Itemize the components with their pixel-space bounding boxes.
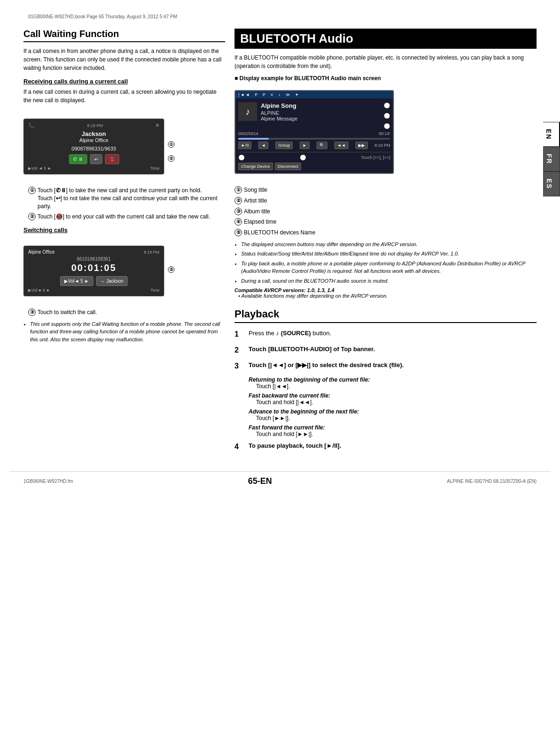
page-footer: 1GB06INE-W927HD.fm 65-EN ALPINE INE-S927… [9, 471, 551, 491]
bt-change-device-btn[interactable]: Change Device [238, 163, 273, 170]
annot-item-2: ② Touch [📵] to end your call with the cu… [28, 213, 225, 221]
end-icon: 📵 [109, 157, 115, 162]
bt-bullet-1: The displayed onscreen buttons may diffe… [241, 241, 537, 248]
bt-label-3: ③ Album title [235, 208, 537, 216]
bt-album: Alpine Message [261, 116, 380, 121]
annot-item-1: ① Touch [✆⏸] to take the new call and pu… [28, 187, 225, 210]
bt-controls-row: ►/II ◄ Group ► 🔍 ◄◄ ▶▶ 8:19 PM [238, 142, 390, 149]
bt-bullet-4: During a call, sound on the BLUETOOTH au… [241, 277, 537, 285]
vol1-label: ▶Vol◄ 5 ► [64, 278, 89, 284]
switch-title-bar: Alpine Office 8:19 PM [28, 249, 159, 255]
bt-top-bar: |◄◄ P P ≡ ♪ ≫ ✦ [235, 91, 393, 98]
answer-hold-btn[interactable]: ✆ ⏸ [69, 154, 87, 164]
switching-calls-title: Switching calls [23, 226, 225, 233]
bt-song-info: Alpine Song ALPINE Alpine Message [261, 102, 380, 123]
bt-annot-3: ③ [384, 123, 390, 129]
bt-device-row: Change Device Disconnect [238, 163, 390, 170]
bt-rw-btn[interactable]: ◄◄ [334, 142, 348, 149]
ignore-btn[interactable]: ↩ [90, 154, 102, 164]
bt-song-area: ♪ Alpine Song ALPINE Alpine Message ① ② … [238, 100, 390, 131]
playback-section: Playback 1 Press the ♪ (SOURCE) button. … [235, 308, 537, 452]
annotations-block-1: ① Touch [✆⏸] to take the new call and pu… [28, 187, 225, 221]
annot-item-3: ③ Touch to switch the call. [28, 308, 225, 316]
call-waiting-note: This unit supports only the Call Waiting… [23, 320, 225, 344]
compat-label: Compatible AVRCP versions: 1.0, 1.3, 1.4 [235, 287, 537, 293]
bt-label-text-5: BLUETOOTH devices Name [244, 229, 537, 237]
close-icon[interactable]: ✕ [155, 122, 159, 128]
right-column: BLUETOOTH Audio If a BLUETOOTH compatibl… [235, 29, 537, 457]
annot-text-3: Touch to switch the call. [38, 308, 225, 316]
bt-annot-1: ① [384, 102, 390, 109]
fast-fwd-label: Fast forward the current file: [249, 424, 537, 431]
annot-circle-1: ① [28, 187, 36, 194]
step-2: 2 Touch [BLUETOOTH-AUDIO] of Top banner. [235, 345, 537, 356]
bt-label-5: ⑤ BLUETOOTH devices Name [235, 229, 537, 237]
bt-album-art: ♪ [238, 102, 257, 121]
bt-group-btn[interactable]: Group [275, 142, 293, 149]
lang-tab-es[interactable]: ES [543, 172, 560, 196]
bt-label-text-1: Song title [244, 186, 537, 194]
bt-labels-list: ① Song title ② Artist title ③ Album titl… [235, 186, 537, 237]
step-num-1: 1 [235, 329, 246, 340]
bt-label-1: ① Song title [235, 186, 537, 194]
switch-vol1[interactable]: ▶Vol◄ 5 ► [60, 276, 93, 286]
call-buttons: ✆ ⏸ ↩ 📵 [28, 154, 159, 164]
switch-time-disp: 8:19 PM [144, 250, 159, 255]
vol2-label: ▶Vol◄ 6 ► [28, 288, 50, 293]
bt-play-pause-btn[interactable]: ►/II [238, 142, 251, 149]
bt-next-btn[interactable]: ► [300, 142, 310, 149]
vol-label: ▶Vol ◄ 5 ► [28, 166, 52, 171]
bt-label-text-2: Artist title [244, 197, 537, 205]
file-meta: 01GB00INE-W927HD.book Page 65 Thursday, … [9, 14, 551, 19]
caller2-label: ↔ Jackson [100, 278, 123, 284]
switch-caller2[interactable]: ↔ Jackson [96, 276, 128, 286]
bt-search-btn[interactable]: 🔍 [317, 142, 327, 149]
language-tabs: EN FR ES [543, 122, 560, 196]
receiving-calls-title: Receiving calls during a current call [23, 78, 225, 85]
bt-screen-annots: ① ② ③ [384, 102, 390, 129]
lang-tab-fr[interactable]: FR [543, 147, 560, 172]
switch-btn-row: ▶Vol◄ 5 ► ↔ Jackson [28, 276, 159, 286]
step-text-2: Touch [BLUETOOTH-AUDIO] of Top banner. [249, 345, 537, 354]
bt-progress-bar-bg [238, 138, 390, 140]
call-screen-2-container: Alpine Office 8:19 PM 8610186108361 00:0… [23, 241, 164, 301]
bt-annot-2: ② [384, 113, 390, 119]
bt-top-icons: |◄◄ P P ≡ ♪ ≫ ✦ [238, 92, 300, 97]
annot-text-1: Touch [✆⏸] to take the new call and put … [38, 187, 225, 210]
ignore-icon: ↩ [94, 157, 98, 162]
step-3: 3 Touch [|◄◄] or [▶▶|] to select the des… [235, 361, 537, 372]
caller-number: 09087896331/9633 [28, 146, 159, 151]
annot-circle-2: ② [28, 213, 36, 220]
bt-touch-hint: Touch [<<], [>>] [361, 155, 390, 160]
bt-label-circle-4: ④ [235, 218, 242, 226]
bt-label-circle-1: ① [235, 186, 242, 194]
step-num-3: 3 [235, 361, 246, 372]
step-num-2: 2 [235, 345, 246, 356]
lang-tab-en[interactable]: EN [543, 122, 560, 147]
switch-timer: 00:01:05 [28, 263, 159, 273]
bt-bottom-bar: ⑤ ④ Touch [<<], [>>] [238, 152, 390, 161]
bt-label-circle-2: ② [235, 197, 242, 204]
bt-ff-btn[interactable]: ▶▶ [356, 142, 368, 149]
page: 01GB00INE-W927HD.book Page 65 Thursday, … [0, 0, 560, 737]
left-column: Call Waiting Function If a call comes in… [23, 29, 225, 457]
bt-disconnect-btn[interactable]: Disconnect [275, 163, 302, 170]
playback-title: Playback [235, 308, 537, 323]
annot-circle-3: ③ [28, 308, 36, 316]
bt-time-elapsed: 00:14' [379, 131, 390, 136]
fast-fwd-text: Touch and hold [►►|]. [256, 431, 537, 437]
bt-screen: |◄◄ P P ≡ ♪ ≫ ✦ ♪ Alpine Song ALPINE Alp… [235, 90, 394, 174]
end-btn[interactable]: 📵 [105, 154, 119, 164]
bt-prev-btn[interactable]: ◄ [258, 142, 268, 149]
bt-screen-container: |◄◄ P P ≡ ♪ ≫ ✦ ♪ Alpine Song ALPINE Alp… [235, 85, 394, 179]
call-title-bar: 📞 8:19 PM ✕ [28, 122, 159, 128]
step-text-1: Press the ♪ (SOURCE) button. [249, 329, 537, 338]
step-4: 4 To pause playback, touch [►/II]. [235, 441, 537, 452]
switch-status: ▶Vol◄ 6 ► Tone [28, 288, 159, 293]
call-waiting-intro: If a call comes in from another phone du… [23, 47, 225, 72]
bt-label-circle-3: ③ [235, 208, 242, 215]
note-item-1: This unit supports only the Call Waiting… [30, 320, 225, 344]
caller-name: Jackson [28, 130, 159, 137]
bt-audio-title: BLUETOOTH Audio [235, 29, 537, 49]
returning-text: Touch [|◄◄]. [256, 383, 537, 390]
